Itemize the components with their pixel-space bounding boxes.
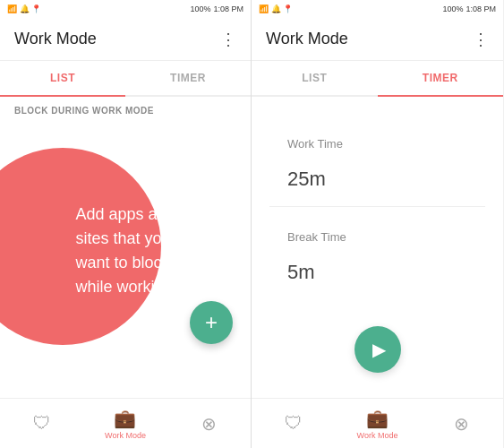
break-time-value: 5m xyxy=(287,247,467,285)
nav-workmode-left[interactable]: 💼 Work Mode xyxy=(83,402,167,445)
break-time-label: Break Time xyxy=(287,230,467,244)
status-bar-left: 📶 🔔 📍 100% 1:08 PM xyxy=(0,0,251,18)
time-left: 1:08 PM xyxy=(213,4,243,13)
tab-list-right[interactable]: LIST xyxy=(252,61,378,95)
nav-workmode-label-left: Work Mode xyxy=(105,431,146,440)
play-button[interactable]: ▶ xyxy=(355,326,401,373)
status-left-right: 📶 🔔 📍 xyxy=(259,4,293,13)
work-time-value: 25m xyxy=(287,154,467,192)
work-time-label: Work Time xyxy=(287,137,467,151)
tab-list-left[interactable]: LIST xyxy=(0,61,125,95)
status-left: 📶 🔔 📍 xyxy=(7,4,41,13)
nav-shield-right[interactable]: 🛡 xyxy=(252,408,336,439)
time-right: 1:08 PM xyxy=(466,4,496,13)
app-title-left: Work Mode xyxy=(14,30,97,48)
status-right: 100% 1:08 PM xyxy=(190,4,243,13)
nav-block-right[interactable]: ⊗ xyxy=(419,408,503,440)
status-right-right: 100% 1:08 PM xyxy=(442,4,496,13)
list-content-left: Add apps andsites that youwant to blockw… xyxy=(0,121,251,398)
tabs-left: LIST TIMER xyxy=(0,61,251,97)
nav-workmode-right[interactable]: 💼 Work Mode xyxy=(336,402,420,445)
play-icon: ▶ xyxy=(372,339,386,360)
signal-icons: 📶 🔔 📍 xyxy=(7,4,41,13)
timer-content: Work Time 25m Break Time 5m ▶ xyxy=(252,97,503,398)
block-icon-right: ⊗ xyxy=(454,413,469,435)
tab-timer-left[interactable]: TIMER xyxy=(125,61,251,95)
add-fab-button[interactable]: + xyxy=(190,301,233,344)
signal-icons-right: 📶 🔔 📍 xyxy=(259,4,293,13)
left-screen: 📶 🔔 📍 100% 1:08 PM Work Mode ⋮ LIST TIME… xyxy=(0,0,252,448)
right-screen: 📶 🔔 📍 100% 1:08 PM Work Mode ⋮ LIST TIME… xyxy=(252,0,503,448)
more-button-left[interactable]: ⋮ xyxy=(220,30,236,49)
battery-left: 100% xyxy=(190,4,210,13)
app-title-right: Work Mode xyxy=(266,30,348,48)
nav-workmode-label-right: Work Mode xyxy=(357,431,398,440)
tab-timer-right[interactable]: TIMER xyxy=(378,61,504,95)
bottom-nav-left: 🛡 💼 Work Mode ⊗ xyxy=(0,398,251,448)
nav-block-left[interactable]: ⊗ xyxy=(167,408,251,440)
status-bar-right: 📶 🔔 📍 100% 1:08 PM xyxy=(252,0,503,18)
tabs-right: LIST TIMER xyxy=(252,61,503,97)
workmode-icon-right: 💼 xyxy=(366,408,389,429)
break-time-section: Break Time 5m xyxy=(269,216,485,299)
shield-icon-right: 🛡 xyxy=(285,413,303,434)
workmode-icon-left: 💼 xyxy=(114,408,136,429)
nav-shield-left[interactable]: 🛡 xyxy=(0,408,83,439)
bottom-nav-right: 🛡 💼 Work Mode ⊗ xyxy=(252,398,503,448)
add-icon: + xyxy=(205,312,218,333)
block-icon-left: ⊗ xyxy=(201,413,217,435)
section-label-left: BLOCK DURING WORK MODE xyxy=(0,97,251,121)
app-header-right: Work Mode ⋮ xyxy=(252,18,503,61)
empty-message: Add apps andsites that youwant to blockw… xyxy=(57,202,192,299)
shield-icon-left: 🛡 xyxy=(33,413,51,434)
work-time-section: Work Time 25m xyxy=(269,123,485,207)
battery-right: 100% xyxy=(442,4,463,13)
more-button-right[interactable]: ⋮ xyxy=(473,30,489,49)
app-header-left: Work Mode ⋮ xyxy=(0,18,251,61)
